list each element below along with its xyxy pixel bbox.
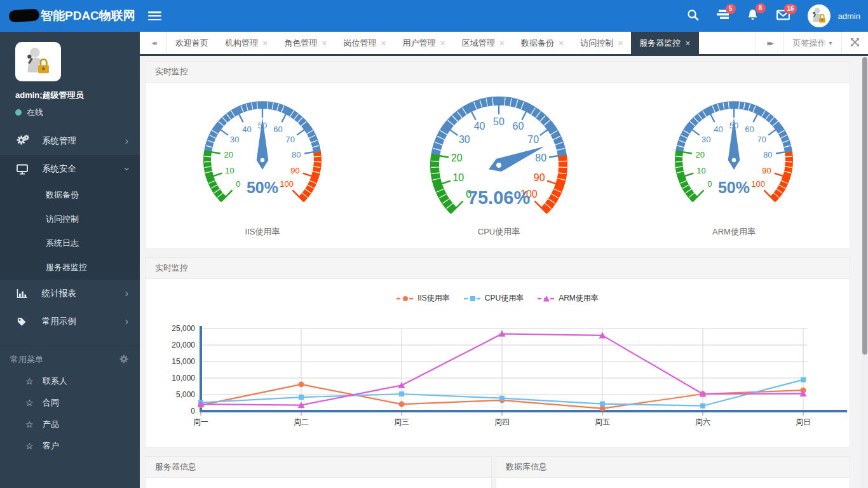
gauge-title: ARM使用率 bbox=[628, 226, 840, 238]
sidebar-subitem-服务器监控[interactable]: 服务器监控 bbox=[0, 255, 140, 280]
tab-岗位管理[interactable]: 岗位管理× bbox=[335, 32, 394, 54]
menu-group-统计报表: 统计报表› bbox=[0, 280, 140, 308]
chevron-down-icon: › bbox=[121, 167, 132, 170]
tab-用户管理[interactable]: 用户管理× bbox=[395, 32, 454, 54]
svg-text:周四: 周四 bbox=[494, 417, 510, 426]
search-button[interactable] bbox=[687, 9, 699, 24]
legend-label: CPU使用率 bbox=[485, 293, 524, 304]
scrollbar-thumb[interactable] bbox=[862, 57, 867, 355]
bar-chart-icon bbox=[17, 288, 34, 299]
tab-close-icon[interactable]: × bbox=[440, 39, 445, 48]
sidebar-item-label: 统计报表 bbox=[42, 288, 76, 299]
tab-close-icon[interactable]: × bbox=[322, 39, 327, 48]
svg-text:20,000: 20,000 bbox=[172, 341, 195, 349]
svg-text:100: 100 bbox=[751, 179, 765, 189]
tab-欢迎首页[interactable]: 欢迎首页 bbox=[167, 32, 217, 54]
tab-close-icon[interactable]: × bbox=[618, 39, 623, 48]
caret-down-icon: ▾ bbox=[829, 39, 832, 46]
tab-访问控制[interactable]: 访问控制× bbox=[572, 32, 631, 54]
tab-operations-dropdown[interactable]: 页签操作 ▾ bbox=[783, 32, 841, 54]
tab-close-icon[interactable]: × bbox=[381, 39, 386, 48]
notifications-button[interactable]: 8 bbox=[747, 9, 759, 24]
tab-label: 机构管理 bbox=[225, 37, 258, 49]
tab-机构管理[interactable]: 机构管理× bbox=[217, 32, 276, 54]
svg-text:10: 10 bbox=[225, 166, 234, 175]
legend-marker-icon bbox=[464, 295, 482, 302]
sidebar-item-系统管理[interactable]: 系统管理› bbox=[0, 127, 140, 155]
tab-服务器监控[interactable]: 服务器监控× bbox=[631, 32, 698, 54]
panel-title: 数据库信息 bbox=[496, 457, 850, 478]
svg-text:80: 80 bbox=[763, 150, 772, 159]
legend-item-CPU使用率[interactable]: CPU使用率 bbox=[464, 293, 524, 304]
brand-text: 智能PDAC物联网 bbox=[41, 9, 135, 22]
avatar-figure-icon bbox=[810, 6, 829, 25]
user-avatar[interactable] bbox=[808, 4, 831, 27]
gear-icon[interactable] bbox=[119, 355, 128, 365]
expand-arrows-icon bbox=[850, 37, 860, 49]
sidebar-item-系统安全[interactable]: 系统安全› bbox=[0, 155, 140, 183]
svg-text:0: 0 bbox=[191, 407, 195, 416]
gears-icon bbox=[17, 135, 34, 147]
chevron-right-icon: › bbox=[125, 136, 128, 146]
quick-item-联系人[interactable]: ☆联系人 bbox=[0, 370, 140, 392]
sidebar-menu: 系统管理›系统安全›数据备份访问控制系统日志服务器监控统计报表›常用示例› bbox=[0, 127, 140, 336]
star-icon: ☆ bbox=[25, 441, 43, 451]
gauge-title: CPU使用率 bbox=[372, 226, 626, 238]
panel-title: 实时监控 bbox=[146, 258, 850, 279]
svg-text:40: 40 bbox=[714, 125, 722, 134]
chevron-right-icon: › bbox=[125, 288, 128, 299]
legend-item-ARM使用率[interactable]: ARM使用率 bbox=[538, 293, 599, 304]
sidebar-item-统计报表[interactable]: 统计报表› bbox=[0, 280, 140, 308]
online-label: 在线 bbox=[27, 107, 43, 118]
sidebar-item-label: 系统管理 bbox=[42, 135, 76, 147]
quick-item-客户[interactable]: ☆客户 bbox=[0, 435, 140, 457]
page-scrollbar[interactable] bbox=[862, 56, 868, 488]
sidebar-subitem-系统日志[interactable]: 系统日志 bbox=[0, 231, 140, 255]
menu-group-系统安全: 系统安全›数据备份访问控制系统日志服务器监控 bbox=[0, 155, 140, 280]
tab-close-icon[interactable]: × bbox=[262, 39, 268, 48]
legend-item-IIS使用率[interactable]: IIS使用率 bbox=[397, 293, 450, 304]
tab-数据备份[interactable]: 数据备份× bbox=[513, 32, 572, 54]
notifications-badge: 8 bbox=[756, 3, 766, 13]
svg-text:20: 20 bbox=[695, 150, 704, 159]
quick-item-合同[interactable]: ☆合同 bbox=[0, 392, 140, 414]
profile-avatar[interactable] bbox=[15, 42, 61, 81]
legend-label: IIS使用率 bbox=[417, 293, 450, 304]
top-navbar: 智能PDAC物联网 5 8 16 bbox=[0, 0, 868, 32]
tab-close-icon[interactable]: × bbox=[499, 39, 505, 48]
monitor-icon bbox=[17, 164, 34, 175]
sidebar-toggle-button[interactable] bbox=[148, 11, 161, 21]
svg-text:70: 70 bbox=[757, 135, 766, 144]
svg-text:75.06%: 75.06% bbox=[468, 187, 531, 208]
svg-text:40: 40 bbox=[474, 121, 485, 132]
svg-text:50%: 50% bbox=[247, 179, 278, 196]
gauge-title: IIS使用率 bbox=[156, 226, 369, 238]
quick-item-产品[interactable]: ☆产品 bbox=[0, 414, 140, 435]
tab-区域管理[interactable]: 区域管理× bbox=[454, 32, 513, 54]
svg-text:100: 100 bbox=[280, 179, 294, 189]
tab-operations-label: 页签操作 bbox=[792, 37, 825, 49]
tabs-scroll-left-button[interactable]: ◂◂ bbox=[140, 32, 167, 54]
sidebar-item-label: 系统安全 bbox=[42, 163, 76, 175]
double-left-arrow-icon: ◂◂ bbox=[151, 39, 154, 47]
gauge-cpu: 010203040506070809010075.06%CPU使用率 bbox=[372, 84, 626, 226]
tabs-scroll-right-button[interactable]: ▸▸ bbox=[756, 32, 783, 54]
messages-button[interactable]: 16 bbox=[776, 10, 790, 23]
profile-name[interactable]: admin;超级管理员 bbox=[15, 90, 140, 101]
fullscreen-toggle-button[interactable] bbox=[841, 32, 868, 54]
sidebar-subitem-数据备份[interactable]: 数据备份 bbox=[0, 183, 140, 207]
sidebar-item-常用示例[interactable]: 常用示例› bbox=[0, 308, 140, 336]
chart-legend: IIS使用率CPU使用率ARM使用率 bbox=[146, 293, 850, 304]
svg-text:90: 90 bbox=[534, 172, 545, 183]
tab-close-icon[interactable]: × bbox=[559, 39, 564, 48]
svg-text:10: 10 bbox=[452, 172, 464, 183]
tab-close-icon[interactable]: × bbox=[685, 39, 690, 48]
sidebar-subitem-访问控制[interactable]: 访问控制 bbox=[0, 207, 140, 231]
svg-text:10: 10 bbox=[696, 166, 705, 175]
tab-角色管理[interactable]: 角色管理× bbox=[276, 32, 335, 54]
username-label[interactable]: admin bbox=[838, 11, 860, 21]
tasks-button[interactable]: 5 bbox=[717, 10, 729, 22]
svg-text:周日: 周日 bbox=[796, 417, 811, 426]
svg-text:70: 70 bbox=[285, 135, 294, 144]
realtime-gauges-panel: 实时监控 010203040506070809010050%IIS使用率 010… bbox=[145, 61, 850, 249]
